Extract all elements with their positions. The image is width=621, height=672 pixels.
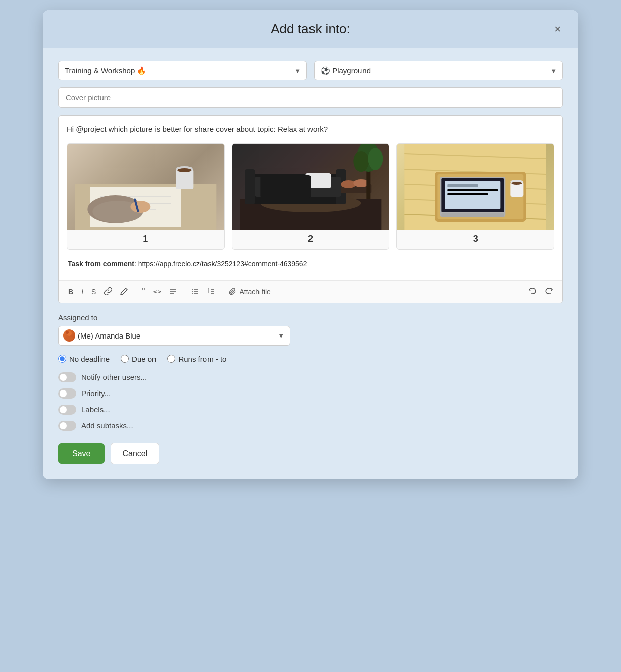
svg-rect-23 <box>260 175 310 198</box>
labels-toggle[interactable] <box>58 405 76 415</box>
project-select-wrapper: Training & Workshop 🔥 Project Alpha Proj… <box>58 61 307 80</box>
priority-label: Priority... <box>81 389 111 398</box>
image-card-2[interactable]: 2 <box>232 143 390 250</box>
section-select[interactable]: ⚽ Playground To Do In Progress Done <box>314 61 563 80</box>
bold-button[interactable]: B <box>65 286 77 298</box>
toggles-section: Notify other users... Priority... Labels… <box>58 372 563 431</box>
image-number-2: 2 <box>232 230 389 249</box>
deadline-radio-due-on[interactable] <box>121 355 129 363</box>
images-row: 1 <box>67 143 554 250</box>
svg-rect-15 <box>245 169 255 204</box>
undo-button[interactable] <box>525 285 540 299</box>
strikethrough-button[interactable]: S <box>88 286 99 298</box>
svg-point-51 <box>192 293 193 294</box>
modal-body: Training & Workshop 🔥 Project Alpha Proj… <box>43 48 578 479</box>
svg-point-26 <box>353 151 369 172</box>
toggle-priority: Priority... <box>58 388 563 399</box>
editor-content: Hi @project which picture is better for … <box>59 116 562 280</box>
cover-picture-input[interactable] <box>58 87 563 108</box>
task-link-row: Task from comment: https://app.freelo.cz… <box>67 260 554 268</box>
paperclip-icon <box>229 288 236 295</box>
cancel-button[interactable]: Cancel <box>111 443 159 464</box>
image-number-3: 3 <box>397 230 554 249</box>
link-button[interactable] <box>100 285 116 299</box>
image-placeholder-2 <box>232 144 389 230</box>
editor-toolbar: B I S " <> <box>59 280 562 303</box>
quote-button[interactable]: " <box>138 285 148 299</box>
pen-button[interactable] <box>117 285 132 299</box>
dropdowns-row: Training & Workshop 🔥 Project Alpha Proj… <box>58 61 563 80</box>
toolbar-divider-2 <box>184 287 184 296</box>
notify-slider <box>58 372 76 382</box>
code-button[interactable]: <> <box>150 286 165 297</box>
labels-slider <box>58 405 76 415</box>
modal-title: Add task into: <box>271 21 350 37</box>
toggle-subtasks: Add subtasks... <box>58 421 563 431</box>
image-number-1: 1 <box>67 230 224 249</box>
assigned-label: Assigned to <box>58 313 563 322</box>
deadline-option-due-on[interactable]: Due on <box>121 355 156 363</box>
deadline-runs-from-label: Runs from - to <box>178 355 226 363</box>
assigned-section: Assigned to (Me) Amanda Blue John Doe Ja… <box>58 313 563 346</box>
deadline-due-on-label: Due on <box>132 355 156 363</box>
close-button[interactable]: × <box>550 22 565 37</box>
section-select-wrapper: ⚽ Playground To Do In Progress Done ▼ <box>314 61 563 80</box>
align-button[interactable] <box>166 285 181 299</box>
svg-rect-39 <box>448 184 478 187</box>
svg-point-45 <box>512 182 522 185</box>
save-button[interactable]: Save <box>58 443 105 464</box>
deadline-row: No deadline Due on Runs from - to <box>58 355 563 363</box>
notify-toggle[interactable] <box>58 372 76 382</box>
svg-point-50 <box>192 291 193 292</box>
deadline-radio-runs-from[interactable] <box>167 355 175 363</box>
deadline-radio-no-deadline[interactable] <box>58 355 66 363</box>
actions-row: Save Cancel <box>58 443 563 464</box>
svg-text:3.: 3. <box>208 292 210 295</box>
image-card-1[interactable]: 1 <box>67 143 225 250</box>
toolbar-divider-1 <box>135 287 135 296</box>
svg-point-49 <box>192 289 193 290</box>
project-select[interactable]: Training & Workshop 🔥 Project Alpha Proj… <box>58 61 307 80</box>
svg-rect-42 <box>442 213 504 217</box>
add-task-modal: Add task into: × Training & Workshop 🔥 P… <box>43 10 578 479</box>
subtasks-label: Add subtasks... <box>81 421 133 430</box>
assigned-select[interactable]: (Me) Amanda Blue John Doe Jane Smith <box>58 326 290 346</box>
task-link-prefix: Task from comment <box>68 260 134 268</box>
svg-rect-40 <box>448 189 498 191</box>
svg-point-11 <box>177 168 191 172</box>
priority-slider <box>58 388 76 399</box>
redo-button[interactable] <box>541 285 556 299</box>
attach-file-label: Attach file <box>239 288 270 296</box>
editor-text[interactable]: Hi @project which picture is better for … <box>67 124 554 135</box>
deadline-no-deadline-label: No deadline <box>69 355 110 363</box>
bullet-list-button[interactable] <box>187 285 202 299</box>
image-placeholder-1 <box>67 144 224 230</box>
image-card-3[interactable]: 3 <box>396 143 554 250</box>
task-link-url[interactable]: https://app.freelo.cz/task/3252123#comme… <box>138 260 307 268</box>
labels-label: Labels... <box>81 405 110 414</box>
modal-header: Add task into: × <box>43 10 578 48</box>
priority-toggle[interactable] <box>58 388 76 399</box>
svg-rect-9 <box>176 169 193 189</box>
svg-point-27 <box>368 148 383 170</box>
deadline-option-runs-from[interactable]: Runs from - to <box>167 355 226 363</box>
attach-file-button[interactable]: Attach file <box>225 285 274 298</box>
assigned-select-wrapper: (Me) Amanda Blue John Doe Jane Smith ▼ <box>58 326 290 346</box>
svg-rect-41 <box>448 193 488 195</box>
subtasks-slider <box>58 421 76 431</box>
toggle-notify: Notify other users... <box>58 372 563 382</box>
numbered-list-button[interactable]: 1. 2. 3. <box>203 285 219 299</box>
toolbar-divider-3 <box>222 287 222 296</box>
italic-button[interactable]: I <box>78 286 87 298</box>
deadline-option-no-deadline[interactable]: No deadline <box>58 355 110 363</box>
image-placeholder-3 <box>397 144 554 230</box>
toggle-labels: Labels... <box>58 405 563 415</box>
notify-label: Notify other users... <box>81 373 147 381</box>
subtasks-toggle[interactable] <box>58 421 76 431</box>
svg-point-7 <box>130 201 150 213</box>
editor-area: Hi @project which picture is better for … <box>58 115 563 303</box>
